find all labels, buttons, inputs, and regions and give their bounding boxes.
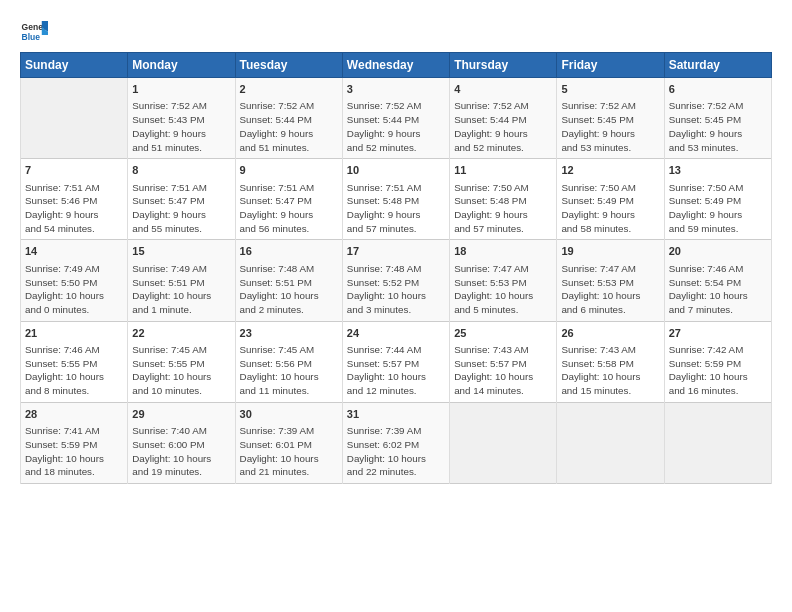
calendar-cell: 5Sunrise: 7:52 AMSunset: 5:45 PMDaylight… (557, 78, 664, 159)
cell-info-line: Daylight: 10 hours (25, 370, 123, 384)
cell-info-line: and 57 minutes. (454, 222, 552, 236)
cell-info-line: Sunrise: 7:49 AM (132, 262, 230, 276)
cell-info-line: Sunset: 5:50 PM (25, 276, 123, 290)
cell-info-line: Sunrise: 7:52 AM (132, 99, 230, 113)
cell-info-line: Sunset: 5:49 PM (561, 194, 659, 208)
cell-info-line: Daylight: 9 hours (454, 127, 552, 141)
cell-info-line: and 54 minutes. (25, 222, 123, 236)
cell-info-line: Sunset: 5:55 PM (25, 357, 123, 371)
cell-info-line: and 8 minutes. (25, 384, 123, 398)
day-number: 31 (347, 407, 445, 422)
calendar-cell: 19Sunrise: 7:47 AMSunset: 5:53 PMDayligh… (557, 240, 664, 321)
cell-info-line: and 53 minutes. (669, 141, 767, 155)
cell-info-line: and 53 minutes. (561, 141, 659, 155)
header: General Blue (20, 18, 772, 46)
cell-info-line: Sunset: 5:53 PM (561, 276, 659, 290)
calendar-cell: 15Sunrise: 7:49 AMSunset: 5:51 PMDayligh… (128, 240, 235, 321)
cell-info-line: Daylight: 10 hours (240, 289, 338, 303)
calendar-cell (664, 402, 771, 483)
cell-info-line: Sunset: 5:44 PM (454, 113, 552, 127)
logo-icon: General Blue (20, 18, 48, 46)
cell-info-line: and 52 minutes. (347, 141, 445, 155)
calendar-cell: 12Sunrise: 7:50 AMSunset: 5:49 PMDayligh… (557, 159, 664, 240)
cell-info-line: Daylight: 9 hours (132, 208, 230, 222)
cell-info-line: Sunrise: 7:44 AM (347, 343, 445, 357)
cell-info-line: Daylight: 9 hours (240, 127, 338, 141)
cell-info-line: Daylight: 10 hours (669, 289, 767, 303)
cell-info-line: Daylight: 9 hours (561, 208, 659, 222)
cell-info-line: Sunrise: 7:48 AM (240, 262, 338, 276)
week-row-3: 14Sunrise: 7:49 AMSunset: 5:50 PMDayligh… (21, 240, 772, 321)
day-number: 25 (454, 326, 552, 341)
calendar-cell: 3Sunrise: 7:52 AMSunset: 5:44 PMDaylight… (342, 78, 449, 159)
calendar-cell: 29Sunrise: 7:40 AMSunset: 6:00 PMDayligh… (128, 402, 235, 483)
calendar-cell: 13Sunrise: 7:50 AMSunset: 5:49 PMDayligh… (664, 159, 771, 240)
cell-info-line: Sunrise: 7:51 AM (240, 181, 338, 195)
day-number: 12 (561, 163, 659, 178)
cell-info-line: Sunset: 5:52 PM (347, 276, 445, 290)
calendar-cell (21, 78, 128, 159)
cell-info-line: Sunset: 5:54 PM (669, 276, 767, 290)
cell-info-line: Sunset: 5:48 PM (347, 194, 445, 208)
calendar-cell: 30Sunrise: 7:39 AMSunset: 6:01 PMDayligh… (235, 402, 342, 483)
cell-info-line: Sunrise: 7:47 AM (561, 262, 659, 276)
day-number: 9 (240, 163, 338, 178)
cell-info-line: and 10 minutes. (132, 384, 230, 398)
calendar-cell: 26Sunrise: 7:43 AMSunset: 5:58 PMDayligh… (557, 321, 664, 402)
page: General Blue SundayMondayTuesdayWednesda… (0, 0, 792, 496)
column-header-monday: Monday (128, 53, 235, 78)
column-header-wednesday: Wednesday (342, 53, 449, 78)
cell-info-line: Sunrise: 7:39 AM (347, 424, 445, 438)
cell-info-line: Sunset: 5:44 PM (347, 113, 445, 127)
cell-info-line: Sunset: 6:02 PM (347, 438, 445, 452)
cell-info-line: Daylight: 10 hours (454, 370, 552, 384)
cell-info-line: and 57 minutes. (347, 222, 445, 236)
week-row-5: 28Sunrise: 7:41 AMSunset: 5:59 PMDayligh… (21, 402, 772, 483)
calendar-cell (557, 402, 664, 483)
column-header-tuesday: Tuesday (235, 53, 342, 78)
cell-info-line: Sunset: 5:46 PM (25, 194, 123, 208)
calendar-cell: 11Sunrise: 7:50 AMSunset: 5:48 PMDayligh… (450, 159, 557, 240)
cell-info-line: Daylight: 10 hours (347, 452, 445, 466)
day-number: 18 (454, 244, 552, 259)
cell-info-line: and 56 minutes. (240, 222, 338, 236)
calendar-cell: 22Sunrise: 7:45 AMSunset: 5:55 PMDayligh… (128, 321, 235, 402)
cell-info-line: Daylight: 10 hours (132, 452, 230, 466)
calendar-cell: 8Sunrise: 7:51 AMSunset: 5:47 PMDaylight… (128, 159, 235, 240)
calendar-cell: 9Sunrise: 7:51 AMSunset: 5:47 PMDaylight… (235, 159, 342, 240)
cell-info-line: and 11 minutes. (240, 384, 338, 398)
cell-info-line: and 0 minutes. (25, 303, 123, 317)
calendar-cell: 28Sunrise: 7:41 AMSunset: 5:59 PMDayligh… (21, 402, 128, 483)
cell-info-line: Sunset: 5:51 PM (132, 276, 230, 290)
cell-info-line: Sunrise: 7:50 AM (454, 181, 552, 195)
cell-info-line: and 14 minutes. (454, 384, 552, 398)
cell-info-line: Sunrise: 7:45 AM (240, 343, 338, 357)
day-number: 23 (240, 326, 338, 341)
calendar-cell: 20Sunrise: 7:46 AMSunset: 5:54 PMDayligh… (664, 240, 771, 321)
calendar-cell: 25Sunrise: 7:43 AMSunset: 5:57 PMDayligh… (450, 321, 557, 402)
header-row: SundayMondayTuesdayWednesdayThursdayFrid… (21, 53, 772, 78)
day-number: 2 (240, 82, 338, 97)
calendar-cell: 18Sunrise: 7:47 AMSunset: 5:53 PMDayligh… (450, 240, 557, 321)
week-row-2: 7Sunrise: 7:51 AMSunset: 5:46 PMDaylight… (21, 159, 772, 240)
day-number: 19 (561, 244, 659, 259)
cell-info-line: Sunset: 5:59 PM (25, 438, 123, 452)
cell-info-line: Daylight: 10 hours (669, 370, 767, 384)
column-header-saturday: Saturday (664, 53, 771, 78)
day-number: 16 (240, 244, 338, 259)
cell-info-line: Sunrise: 7:51 AM (25, 181, 123, 195)
cell-info-line: and 58 minutes. (561, 222, 659, 236)
cell-info-line: Daylight: 9 hours (25, 208, 123, 222)
cell-info-line: Sunset: 5:48 PM (454, 194, 552, 208)
cell-info-line: Sunrise: 7:42 AM (669, 343, 767, 357)
cell-info-line: Sunset: 5:44 PM (240, 113, 338, 127)
column-header-sunday: Sunday (21, 53, 128, 78)
cell-info-line: Sunrise: 7:52 AM (240, 99, 338, 113)
day-number: 17 (347, 244, 445, 259)
cell-info-line: Sunset: 5:51 PM (240, 276, 338, 290)
logo: General Blue (20, 18, 48, 46)
calendar-cell: 23Sunrise: 7:45 AMSunset: 5:56 PMDayligh… (235, 321, 342, 402)
day-number: 21 (25, 326, 123, 341)
cell-info-line: Sunrise: 7:50 AM (561, 181, 659, 195)
cell-info-line: and 15 minutes. (561, 384, 659, 398)
